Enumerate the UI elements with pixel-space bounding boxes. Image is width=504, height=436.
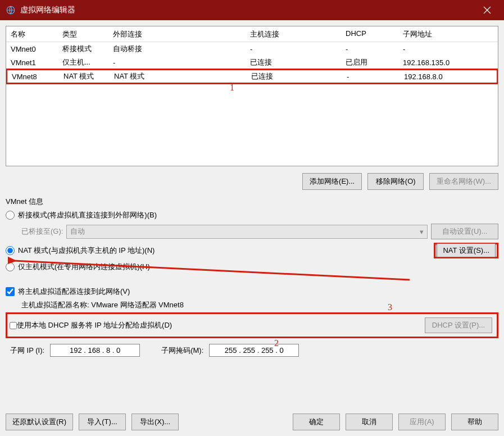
cancel-button[interactable]: 取消 xyxy=(346,414,393,430)
cell-name: VMnet0 xyxy=(6,44,58,54)
remove-network-button[interactable]: 移除网络(O) xyxy=(367,173,424,190)
globe-icon xyxy=(4,4,17,16)
cell-dhcp: - xyxy=(342,71,399,82)
nat-mode-label: NAT 模式(与虚拟机共享主机的 IP 地址)(N) xyxy=(18,246,155,256)
cell-type: 仅主机... xyxy=(58,56,108,69)
adapter-name-label: 主机虚拟适配器名称: VMware 网络适配器 VMnet8 xyxy=(21,300,184,310)
connect-adapter-label: 将主机虚拟适配器连接到此网络(V) xyxy=(18,287,130,297)
cell-dhcp: - xyxy=(341,44,398,54)
subnet-mask-label: 子网掩码(M): xyxy=(161,346,203,356)
hostonly-mode-row: 仅主机模式(在专用网络内连接虚拟机)(H) xyxy=(6,262,498,272)
dhcp-setting-button: DHCP 设置(P)... xyxy=(425,317,492,333)
connect-adapter-checkbox[interactable] xyxy=(6,287,15,296)
close-icon[interactable] xyxy=(475,0,500,20)
table-row[interactable]: VMnet1 仅主机... - 已连接 已启用 192.168.135.0 xyxy=(6,56,498,69)
th-dhcp[interactable]: DHCP xyxy=(341,26,398,42)
dhcp-label: 使用本地 DHCP 服务将 IP 地址分配给虚拟机(D) xyxy=(17,320,172,330)
subnet-ip-label: 子网 IP (I): xyxy=(10,346,44,356)
dhcp-row-highlight: 使用本地 DHCP 服务将 IP 地址分配给虚拟机(D) DHCP 设置(P).… xyxy=(6,312,498,338)
bridge-mode-radio-row: 桥接模式(将虚拟机直接连接到外部网络)(B) xyxy=(6,210,498,220)
cell-name: VMnet8 xyxy=(7,71,59,82)
ok-button[interactable]: 确定 xyxy=(293,414,340,430)
annotation-2: 2 xyxy=(274,338,279,348)
th-type[interactable]: 类型 xyxy=(58,26,108,42)
dropdown-value: 自动 xyxy=(70,226,85,237)
nat-mode-row: NAT 模式(与虚拟机共享主机的 IP 地址)(N) NAT 设置(S)... xyxy=(6,243,498,258)
th-subnet[interactable]: 子网地址 xyxy=(398,26,471,42)
import-button[interactable]: 导入(T)... xyxy=(79,414,126,430)
annotation-1: 1 xyxy=(230,83,234,93)
nat-mode-radio[interactable] xyxy=(6,246,15,255)
window-title: 虚拟网络编辑器 xyxy=(20,5,475,15)
nat-setting-highlight: NAT 设置(S)... xyxy=(434,243,498,258)
connect-adapter-row: 将主机虚拟适配器连接到此网络(V) xyxy=(6,287,498,297)
th-host[interactable]: 主机连接 xyxy=(246,26,341,42)
apply-button: 应用(A) xyxy=(398,414,446,430)
export-button[interactable]: 导出(X)... xyxy=(131,414,179,430)
adapter-name-row: 主机虚拟适配器名称: VMware 网络适配器 VMnet8 xyxy=(21,300,498,310)
restore-defaults-button[interactable]: 还原默认设置(R) xyxy=(6,414,73,430)
dialog-content: 名称 类型 外部连接 主机连接 DHCP 子网地址 VMnet0 桥接模式 自动… xyxy=(0,20,504,436)
table-header: 名称 类型 外部连接 主机连接 DHCP 子网地址 xyxy=(6,26,498,42)
dialog-bottom-buttons: 还原默认设置(R) 导入(T)... 导出(X)... 确定 取消 应用(A) … xyxy=(6,414,498,430)
bridge-to-label: 已桥接至(G): xyxy=(21,226,63,237)
cell-dhcp: 已启用 xyxy=(341,56,398,69)
th-name[interactable]: 名称 xyxy=(6,26,58,42)
group-label: VMnet 信息 xyxy=(6,197,498,207)
titlebar: 虚拟网络编辑器 xyxy=(0,0,504,20)
cell-type: 桥接模式 xyxy=(58,43,108,55)
annotation-3: 3 xyxy=(388,302,392,312)
dhcp-checkbox[interactable] xyxy=(10,322,17,329)
cell-ext: - xyxy=(108,57,246,68)
cell-type: NAT 模式 xyxy=(59,70,110,83)
subnet-ip-input[interactable]: 192 . 168 . 8 . 0 xyxy=(50,344,140,357)
bridge-to-dropdown[interactable]: 自动 ▾ xyxy=(66,225,428,239)
subnet-row: 子网 IP (I): 192 . 168 . 8 . 0 子网掩码(M): 25… xyxy=(6,344,498,357)
rename-network-button: 重命名网络(W)... xyxy=(429,173,498,190)
cell-host: - xyxy=(246,44,341,54)
table-body: VMnet0 桥接模式 自动桥接 - - - VMnet1 仅主机... - 已… xyxy=(6,42,498,84)
cell-host: 已连接 xyxy=(246,56,341,69)
cell-subnet: 192.168.8.0 xyxy=(399,71,473,82)
subnet-mask-input[interactable]: 255 . 255 . 255 . 0 xyxy=(209,344,299,357)
cell-subnet: 192.168.135.0 xyxy=(398,57,471,68)
hostonly-mode-label: 仅主机模式(在专用网络内连接虚拟机)(H) xyxy=(18,262,150,272)
table-row[interactable]: VMnet8 NAT 模式 NAT 模式 已连接 - 192.168.8.0 xyxy=(6,69,498,84)
cell-host: 已连接 xyxy=(247,70,342,83)
cell-ext: NAT 模式 xyxy=(110,70,247,83)
table-buttons: 添加网络(E)... 移除网络(O) 重命名网络(W)... xyxy=(6,173,498,190)
table-row[interactable]: VMnet0 桥接模式 自动桥接 - - - xyxy=(6,42,498,56)
chevron-down-icon: ▾ xyxy=(420,228,424,236)
vmnet-info-section: VMnet 信息 桥接模式(将虚拟机直接连接到外部网络)(B) 已桥接至(G):… xyxy=(6,197,498,357)
th-ext[interactable]: 外部连接 xyxy=(108,26,246,42)
nat-setting-button[interactable]: NAT 设置(S)... xyxy=(437,243,496,257)
help-button[interactable]: 帮助 xyxy=(451,414,498,430)
cell-subnet: - xyxy=(398,44,471,54)
cell-ext: 自动桥接 xyxy=(108,43,246,55)
add-network-button[interactable]: 添加网络(E)... xyxy=(302,173,362,190)
hostonly-mode-radio[interactable] xyxy=(6,262,15,271)
cell-name: VMnet1 xyxy=(6,57,58,68)
bridge-mode-radio[interactable] xyxy=(6,211,15,220)
bridge-to-row: 已桥接至(G): 自动 ▾ 自动设置(U)... xyxy=(21,224,498,239)
bridge-mode-label: 桥接模式(将虚拟机直接连接到外部网络)(B) xyxy=(18,210,157,220)
auto-setting-button: 自动设置(U)... xyxy=(431,224,498,239)
vmnet-table[interactable]: 名称 类型 外部连接 主机连接 DHCP 子网地址 VMnet0 桥接模式 自动… xyxy=(6,26,498,166)
